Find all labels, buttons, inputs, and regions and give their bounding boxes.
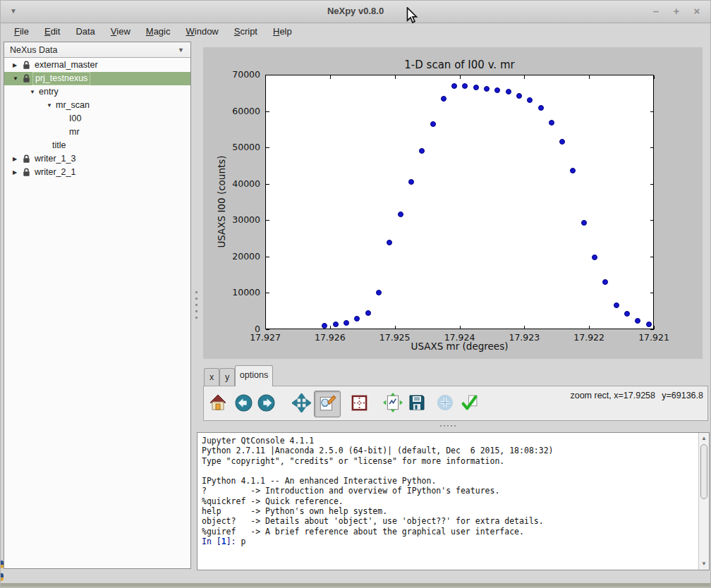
data-point (441, 96, 446, 102)
x-tick-mark (330, 326, 331, 329)
expander-closed-icon[interactable]: ▶ (13, 166, 17, 179)
home-button[interactable] (207, 394, 229, 414)
menu-magic[interactable]: Magic (138, 25, 178, 38)
pan-button[interactable] (290, 394, 312, 414)
x-tick-mark (654, 75, 655, 79)
y-tick-mark (266, 184, 269, 185)
x-tick-mark (589, 75, 590, 79)
y-tick-mark (650, 257, 654, 257)
console-line: IPython 4.1.1 -- An enhanced Interactive… (202, 476, 696, 486)
x-tick-mark (589, 326, 590, 329)
expander-open-icon[interactable]: ▼ (30, 85, 35, 99)
y-tick-mark (266, 293, 269, 293)
back-button[interactable] (232, 394, 255, 414)
tree-item-writer_2_1[interactable]: ▶writer_2_1 (4, 166, 190, 179)
console-line: Python 2.7.11 |Anaconda 2.5.0 (64-bit)| … (202, 446, 696, 455)
console-line: Jupyter QtConsole 4.1.1 (202, 436, 696, 446)
console-input[interactable]: p (241, 537, 245, 546)
x-tick-label: 17.921 (629, 332, 679, 343)
maximize-button[interactable]: + (670, 4, 683, 18)
x-tick-label: 17.925 (370, 332, 420, 343)
tree-header[interactable]: NeXus Data ▼ (4, 42, 190, 58)
x-tick-mark (524, 326, 525, 329)
console-text[interactable]: Jupyter QtConsole 4.1.1Python 2.7.11 |An… (202, 436, 696, 568)
y-tick-mark (650, 184, 654, 185)
apply-check-button[interactable] (458, 394, 480, 414)
scrollbar-thumb[interactable] (700, 444, 707, 499)
scrollbar-down-icon[interactable]: ▼ (699, 559, 709, 569)
tree-header-dropdown-icon[interactable]: ▼ (178, 42, 184, 58)
y-tick-mark (266, 257, 269, 257)
zoom-rect-button[interactable] (314, 391, 341, 417)
customize-plot-button[interactable] (382, 394, 404, 414)
tree-item-title[interactable]: title (4, 139, 190, 152)
console-line: %guiref -> A brief reference about the g… (202, 527, 696, 537)
expander-open-icon[interactable]: ▼ (47, 99, 52, 112)
console-prompt-line[interactable]: In [1]: p (202, 537, 696, 546)
y-tick-mark (266, 147, 269, 148)
y-tick-mark (266, 329, 269, 330)
add-data-button[interactable] (434, 394, 456, 414)
console-line: object? -> Details about 'object', use '… (202, 516, 696, 526)
y-tick-mark (650, 75, 654, 75)
jupyter-console[interactable]: Jupyter QtConsole 4.1.1Python 2.7.11 |An… (197, 432, 710, 570)
clipped-desktop-icon (1, 561, 4, 568)
close-button[interactable]: × (691, 4, 703, 18)
menu-file[interactable]: File (6, 25, 37, 38)
y-tick-mark (650, 293, 654, 293)
tab-options[interactable]: options (235, 365, 273, 386)
menu-view[interactable]: View (103, 25, 138, 38)
menu-bar: FileEditDataViewMagicWindowScriptHelp (6, 23, 710, 39)
menu-help[interactable]: Help (265, 25, 300, 38)
tree-header-label: NeXus Data (10, 45, 57, 55)
tree-item-prj_testnexus[interactable]: ▼prj_testnexus (4, 72, 190, 85)
forward-button[interactable] (255, 394, 277, 414)
data-point (333, 321, 339, 327)
expander-closed-icon[interactable]: ▶ (13, 152, 17, 166)
customize-plot-icon (383, 393, 403, 415)
window-bottom-edge (1, 583, 710, 587)
clipped-desktop-icon (1, 573, 4, 581)
menu-data[interactable]: Data (68, 25, 102, 38)
x-tick-mark (460, 75, 461, 79)
data-point (430, 121, 436, 127)
tree-item-label: title (50, 139, 68, 152)
mouse-cursor-icon (406, 7, 419, 28)
save-icon (408, 393, 426, 415)
save-button[interactable] (406, 394, 428, 414)
window-title: NeXpy v0.8.0 (1, 6, 710, 16)
lock-icon (23, 168, 30, 181)
tree-item-external_master[interactable]: ▶external_master (4, 59, 190, 72)
tree-item-I00[interactable]: I00 (4, 112, 190, 125)
tree-item-label: prj_testnexus (32, 72, 90, 85)
x-tick-mark (460, 326, 461, 329)
data-point (646, 321, 652, 327)
y-tick-label: 70000 (204, 69, 260, 80)
expander-open-icon[interactable]: ▼ (13, 72, 18, 85)
console-line: %quickref -> Quick reference. (202, 496, 696, 506)
menu-script[interactable]: Script (226, 25, 265, 38)
tree-item-mr[interactable]: mr (4, 125, 190, 139)
tree-item-entry[interactable]: ▼entry (4, 85, 190, 99)
console-scrollbar[interactable]: ▲ ▼ (698, 433, 709, 570)
scrollbar-up-icon[interactable]: ▲ (699, 434, 709, 443)
status-mode-text: zoom rect, x=17.9258 (570, 391, 655, 400)
prompt-text: In [ (202, 537, 221, 546)
tab-y[interactable]: y (219, 368, 235, 386)
plot-axes[interactable] (265, 75, 654, 329)
menu-edit[interactable]: Edit (37, 25, 68, 38)
tree-item-label: mr_scan (54, 99, 92, 112)
tree-item-mr_scan[interactable]: ▼mr_scan (4, 99, 190, 112)
title-bar: ▼ NeXpy v0.8.0 – + × (1, 1, 710, 23)
configure-subplots-button[interactable] (348, 394, 370, 414)
home-icon (209, 393, 227, 415)
data-point (365, 310, 371, 316)
minimize-button[interactable]: – (650, 4, 662, 18)
console-line: help -> Python's own help system. (202, 506, 696, 516)
tab-x[interactable]: x (204, 368, 219, 386)
y-tick-mark (650, 329, 654, 330)
data-point (473, 85, 479, 90)
tree-item-writer_1_3[interactable]: ▶writer_1_3 (4, 152, 190, 166)
expander-closed-icon[interactable]: ▶ (13, 59, 17, 72)
menu-window[interactable]: Window (178, 25, 226, 38)
